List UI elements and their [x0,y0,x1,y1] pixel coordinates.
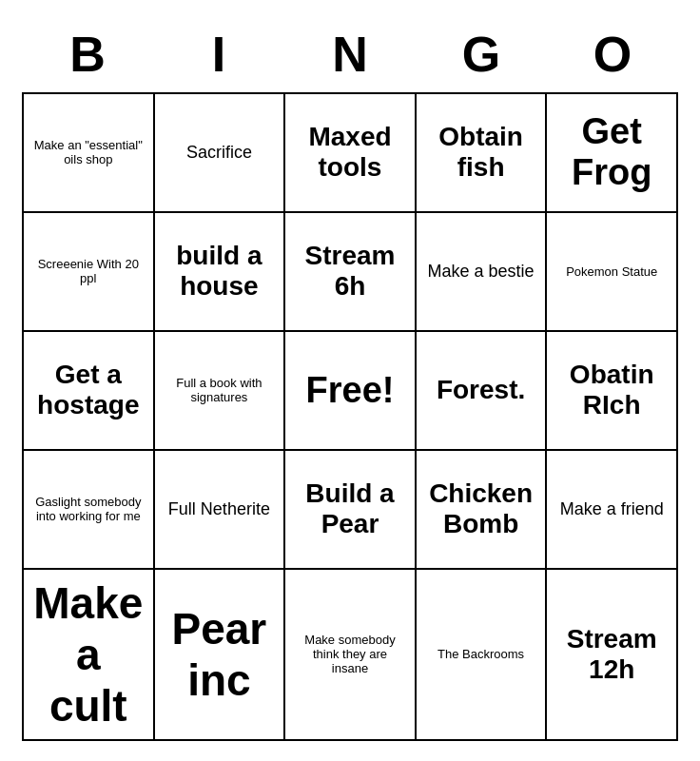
bingo-cell-17[interactable]: Build a Pear [285,451,417,570]
bingo-cell-18[interactable]: Chicken Bomb [417,451,548,570]
bingo-cell-13[interactable]: Forest. [417,332,548,451]
header-b: B [26,26,149,83]
cell-text-2: Maxed tools [293,122,407,183]
cell-text-21: Pear inc [163,603,277,706]
bingo-cell-20[interactable]: Make a cult [24,570,155,741]
cell-text-9: Pokemon Statue [566,264,657,279]
bingo-cell-16[interactable]: Full Netherite [155,451,286,570]
bingo-cell-10[interactable]: Get a hostage [24,332,155,451]
cell-text-19: Make a friend [560,499,664,519]
cell-text-4: Get Frog [554,111,669,193]
bingo-header: B I N G O [22,21,678,92]
cell-text-17: Build a Pear [293,478,407,539]
bingo-cell-15[interactable]: Gaslight somebody into working for me [24,451,155,570]
cell-text-8: Make a bestie [428,262,535,282]
bingo-cell-19[interactable]: Make a friend [547,451,678,570]
bingo-cell-5[interactable]: Screeenie With 20 ppl [24,213,155,332]
bingo-cell-3[interactable]: Obtain fish [417,94,548,213]
cell-text-14: Obatin RIch [554,360,669,420]
bingo-cell-24[interactable]: Stream 12h [547,570,678,741]
cell-text-7: Stream 6h [293,241,407,302]
bingo-cell-11[interactable]: Full a book with signatures [155,332,286,451]
cell-text-15: Gaslight somebody into working for me [31,495,146,523]
bingo-cell-23[interactable]: The Backrooms [417,570,548,741]
cell-text-10: Get a hostage [31,360,146,420]
bingo-cell-4[interactable]: Get Frog [547,94,678,213]
cell-text-18: Chicken Bomb [424,478,538,539]
bingo-cell-21[interactable]: Pear inc [155,570,286,741]
bingo-grid: Make an "essential" oils shopSacrificeMa… [22,92,678,741]
bingo-card: B I N G O Make an "essential" oils shopS… [12,11,688,751]
bingo-cell-8[interactable]: Make a bestie [417,213,548,332]
cell-text-24: Stream 12h [554,624,669,685]
cell-text-20: Make a cult [31,577,146,732]
header-i: I [157,26,281,83]
cell-text-6: build a house [163,241,277,302]
bingo-cell-7[interactable]: Stream 6h [285,213,417,332]
cell-text-13: Forest. [437,375,525,405]
cell-text-3: Obtain fish [424,122,538,183]
bingo-cell-2[interactable]: Maxed tools [285,94,417,213]
cell-text-1: Sacrifice [186,143,252,163]
bingo-cell-9[interactable]: Pokemon Statue [547,213,678,332]
bingo-cell-12[interactable]: Free! [285,332,417,451]
header-o: O [551,26,674,83]
bingo-cell-14[interactable]: Obatin RIch [547,332,678,451]
header-g: G [419,26,543,83]
bingo-cell-1[interactable]: Sacrifice [155,94,286,213]
bingo-cell-0[interactable]: Make an "essential" oils shop [24,94,155,213]
header-n: N [288,26,412,83]
cell-text-16: Full Netherite [168,499,270,519]
cell-text-0: Make an "essential" oils shop [31,138,146,166]
cell-text-22: Make somebody think they are insane [293,633,407,675]
bingo-cell-6[interactable]: build a house [155,213,286,332]
cell-text-23: The Backrooms [438,647,524,661]
cell-text-5: Screeenie With 20 ppl [31,257,146,285]
bingo-cell-22[interactable]: Make somebody think they are insane [285,570,417,741]
cell-text-11: Full a book with signatures [163,376,277,404]
cell-text-12: Free! [306,370,395,411]
